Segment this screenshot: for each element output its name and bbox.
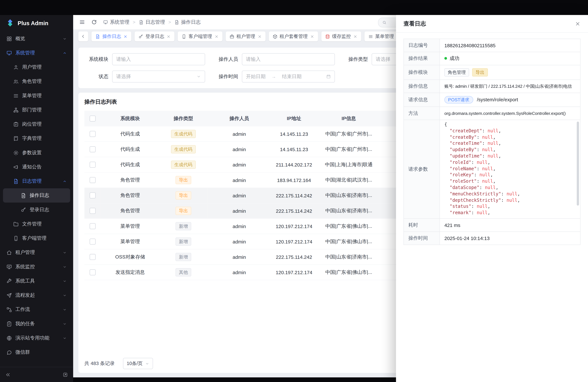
total-records: 共 483 条记录 <box>84 360 115 367</box>
filter-label: 系统模块 <box>84 56 108 63</box>
row-checkbox[interactable] <box>90 192 96 198</box>
chevron-up-icon <box>63 179 67 183</box>
sidebar-item-wechat-group[interactable]: 微信群 <box>3 345 70 359</box>
code-scrollbar-thumb[interactable] <box>577 122 579 205</box>
tab-label: 租户套餐管理 <box>280 33 308 40</box>
sidebar-item-notice[interactable]: 通知公告 <box>3 160 70 174</box>
sidebar-item-dict-management[interactable]: 字典管理 <box>3 131 70 146</box>
sidebar-item-label: 系统管理 <box>15 49 59 56</box>
brand-name: Plus Admin <box>18 20 48 26</box>
filter-label: 操作时间 <box>214 73 238 80</box>
tab-close-icon[interactable] <box>214 34 218 38</box>
row-checkbox[interactable] <box>90 223 96 229</box>
row-checkbox[interactable] <box>90 239 96 245</box>
tab-close-icon[interactable] <box>310 34 314 38</box>
calendar-icon <box>326 74 331 79</box>
sidebar-item-label: 租户管理 <box>15 249 59 256</box>
operator-input[interactable]: 请输入 <box>242 53 335 65</box>
select-all-checkbox[interactable] <box>90 116 96 122</box>
status-select[interactable]: 请选择 <box>112 71 205 83</box>
sidebar-item-label: 微信群 <box>15 349 67 356</box>
operation-type-tag: 导出 <box>175 207 191 215</box>
row-checkbox[interactable] <box>90 208 96 214</box>
sidebar-item-workflow[interactable]: 工作流 <box>3 302 70 317</box>
tab-operation-log[interactable]: 操作日志 <box>91 32 131 41</box>
request-params-json[interactable]: { "createDept": null, "createBy": null, … <box>440 120 580 218</box>
sidebar-item-dept-management[interactable]: 部门管理 <box>3 103 70 117</box>
sidebar-item-process-start[interactable]: 流程发起 <box>3 288 70 302</box>
sidebar-item-post-management[interactable]: 岗位管理 <box>3 117 70 131</box>
filter-operator: 操作人员 请输入 <box>214 53 335 65</box>
sidebar-item-system-management[interactable]: 系统管理 <box>3 46 70 60</box>
sidebar-item-role-management[interactable]: 角色管理 <box>3 74 70 88</box>
sidebar-item-demo-features[interactable]: 演示站专用功能 <box>3 331 70 345</box>
sidebar-shortcut-icon[interactable] <box>63 372 68 377</box>
cell-ip: 222.175.114.242 <box>271 188 317 203</box>
sidebar-item-user-management[interactable]: 用户管理 <box>3 60 70 74</box>
tab-cache-monitor[interactable]: 缓存监控 <box>321 32 361 41</box>
cell-operator: admin <box>208 203 271 218</box>
sidebar-item-system-tools[interactable]: 系统工具 <box>3 274 70 288</box>
org-tree-icon <box>13 107 19 113</box>
field-label: 操作时间 <box>404 232 440 245</box>
filter-status: 状态 请选择 <box>84 71 205 83</box>
breadcrumb-label: 日志管理 <box>146 19 165 25</box>
tab-tenant-package[interactable]: 租户套餐管理 <box>269 32 318 41</box>
document-icon <box>174 20 179 25</box>
row-checkbox[interactable] <box>90 177 96 183</box>
close-icon[interactable] <box>575 21 581 26</box>
tab-close-icon[interactable] <box>167 34 170 38</box>
system-module-input[interactable]: 请输入 <box>112 53 205 65</box>
column-header-operator: 操作人员 <box>208 111 271 126</box>
sidebar-collapse-button[interactable] <box>5 372 10 377</box>
sidebar-item-tenant-management[interactable]: 租户管理 <box>3 245 70 260</box>
detail-row-request: 请求信息 POST请求/system/role/export <box>404 93 580 107</box>
tab-login-log[interactable]: 登录日志 <box>135 32 174 41</box>
refresh-icon[interactable] <box>91 19 97 25</box>
sidebar-item-file-management[interactable]: 文件管理 <box>3 217 70 231</box>
sidebar-item-param-settings[interactable]: 参数设置 <box>3 146 70 160</box>
row-checkbox[interactable] <box>90 162 96 168</box>
cell-operator: admin <box>208 142 271 157</box>
breadcrumb-log-management[interactable]: 日志管理 <box>139 19 165 25</box>
breadcrumb-operation-log[interactable]: 操作日志 <box>174 19 201 25</box>
sidebar-item-label: 通知公告 <box>22 164 67 170</box>
tab-close-icon[interactable] <box>123 34 127 38</box>
row-checkbox[interactable] <box>90 146 96 152</box>
row-checkbox[interactable] <box>90 254 96 260</box>
sidebar-item-my-tasks[interactable]: 我的任务 <box>3 317 70 331</box>
sidebar-item-login-log[interactable]: 登录日志 <box>3 203 70 217</box>
filter-operation-time: 操作时间 开始日期 → 结束日期 <box>214 71 335 83</box>
row-checkbox[interactable] <box>90 131 96 137</box>
page-size-select[interactable]: 10条/页 <box>123 358 153 369</box>
sidebar-item-client-management[interactable]: 客户端管理 <box>3 231 70 245</box>
chevron-down-icon <box>196 74 201 79</box>
operation-info-value: 账号: admin / 研发部门 / 222.175.114.242 / 中国|… <box>440 80 580 93</box>
tab-close-icon[interactable] <box>353 34 357 38</box>
cell-ip-info: 中国|广东省|广州市|... <box>317 127 380 142</box>
date-range-picker[interactable]: 开始日期 → 结束日期 <box>242 71 335 83</box>
cell-operator: admin <box>208 234 271 249</box>
hamburger-icon[interactable] <box>79 19 85 25</box>
breadcrumb-system-management[interactable]: 系统管理 <box>103 19 129 25</box>
monitor-icon <box>103 20 108 25</box>
sidebar-item-log-management[interactable]: 日志管理 <box>3 174 70 188</box>
tab-label: 登录日志 <box>146 33 164 40</box>
sidebar-item-label: 日志管理 <box>22 178 59 185</box>
sidebar-item-menu-management[interactable]: 菜单管理 <box>3 88 70 103</box>
tab-close-icon[interactable] <box>257 34 261 38</box>
cell-operator: admin <box>208 249 271 265</box>
sidebar-item-operation-log[interactable]: 操作日志 <box>3 188 70 203</box>
cell-ip: 211.144.202.172 <box>271 157 317 172</box>
tab-client-management[interactable]: 客户端管理 <box>178 32 222 41</box>
sidebar-item-system-monitor[interactable]: 系统监控 <box>3 260 70 274</box>
tabs-scroll-left-button[interactable] <box>78 32 88 41</box>
operation-type-tag: 新增 <box>175 237 191 246</box>
sidebar-item-label: 菜单管理 <box>22 92 67 99</box>
tab-tenant-management[interactable]: 租户管理 <box>226 32 265 41</box>
cell-operator: admin <box>208 218 271 234</box>
row-checkbox[interactable] <box>90 269 96 276</box>
sidebar-item-overview[interactable]: 概览 <box>3 32 70 46</box>
range-arrow: → <box>272 74 276 79</box>
gear-icon <box>13 150 19 155</box>
